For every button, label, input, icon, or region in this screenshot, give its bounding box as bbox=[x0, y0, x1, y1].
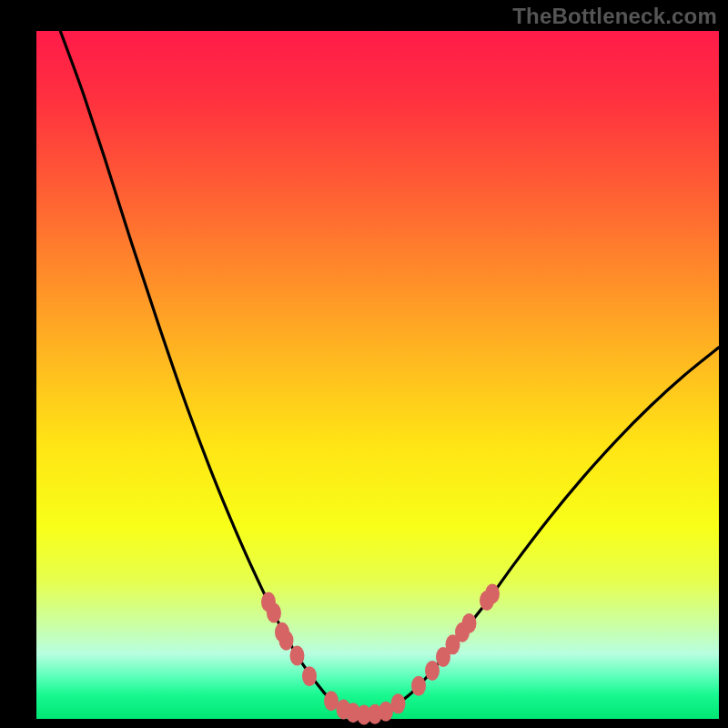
data-marker bbox=[411, 676, 426, 696]
attribution-label: TheBottleneck.com bbox=[512, 4, 717, 29]
data-marker bbox=[279, 631, 294, 651]
data-marker bbox=[267, 603, 281, 623]
plot-background bbox=[36, 31, 719, 719]
data-marker bbox=[391, 693, 406, 713]
data-marker bbox=[290, 645, 305, 665]
data-marker bbox=[462, 613, 477, 633]
data-marker bbox=[485, 583, 500, 603]
data-marker bbox=[302, 666, 317, 686]
chart-frame: TheBottleneck.com bbox=[0, 0, 728, 728]
chart-svg bbox=[0, 0, 728, 728]
data-marker bbox=[425, 661, 440, 681]
